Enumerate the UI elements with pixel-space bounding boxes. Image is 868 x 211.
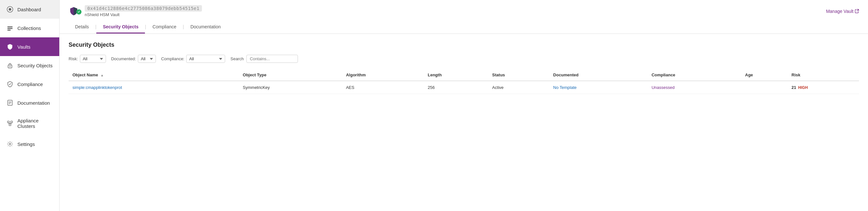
tab-details[interactable]: Details — [69, 21, 95, 33]
table-body: simple:cmapplinktokenprot SymmetricKey A… — [69, 81, 859, 94]
sidebar-item-settings-label: Settings — [18, 142, 35, 147]
sidebar-item-appliance-clusters[interactable]: Appliance Clusters — [0, 112, 59, 134]
no-template-link[interactable]: No Template — [553, 85, 577, 90]
cell-algorithm: AES — [342, 81, 424, 94]
main-content: ✓ 0x41d4c12886e4c2775086a38079debb54515e… — [60, 0, 868, 211]
settings-icon — [6, 141, 13, 148]
svg-rect-2 — [7, 26, 12, 27]
col-compliance: Compliance — [648, 69, 741, 81]
section-title: Security Objects — [69, 41, 859, 48]
risk-label-high: HIGH — [798, 85, 808, 90]
vault-name-row: nShield HSM Vault — [85, 12, 202, 17]
sidebar-item-collections-label: Collections — [18, 26, 41, 31]
table-header: Object Name ▲ Object Type Algorithm Leng… — [69, 69, 859, 81]
filters-row: Risk: All High Medium Low Documented: Al… — [69, 55, 859, 63]
compliance-filter-select[interactable]: All Compliant Non-Compliant — [186, 55, 225, 63]
appliance-clusters-icon — [6, 120, 13, 127]
documented-filter-group: Documented: All Yes No — [111, 55, 156, 63]
sidebar-item-security-objects-label: Security Objects — [18, 63, 53, 68]
svg-rect-12 — [11, 121, 12, 123]
documented-filter-select[interactable]: All Yes No — [138, 55, 156, 63]
svg-point-18 — [9, 143, 11, 145]
vault-verified-badge: ✓ — [76, 9, 82, 14]
sidebar-item-appliance-clusters-label: Appliance Clusters — [18, 118, 53, 129]
object-name-link[interactable]: simple:cmapplinktokenprot — [72, 85, 122, 90]
manage-vault-link[interactable]: Manage Vault — [826, 9, 859, 14]
documented-filter-label: Documented: — [111, 56, 136, 61]
collections-icon — [6, 25, 13, 32]
table-row: simple:cmapplinktokenprot SymmetricKey A… — [69, 81, 859, 94]
sidebar-item-collections[interactable]: Collections — [0, 19, 59, 37]
compliance-filter-label: Compliance: — [161, 56, 184, 61]
risk-value: 21 HIGH — [792, 85, 855, 90]
cell-risk: 21 HIGH — [788, 81, 859, 94]
search-input[interactable] — [246, 55, 298, 63]
cell-status: Active — [488, 81, 549, 94]
tab-compliance[interactable]: Compliance — [146, 21, 183, 33]
sort-icon-object-name: ▲ — [100, 73, 104, 77]
vault-title-left: ✓ 0x41d4c12886e4c2775086a38079debb54515e… — [69, 5, 202, 17]
svg-rect-13 — [9, 124, 11, 126]
cell-object-type: SymmetricKey — [239, 81, 342, 94]
sidebar-item-vaults[interactable]: Vaults — [0, 37, 59, 56]
documentation-icon — [6, 99, 13, 106]
vault-id: 0x41d4c12886e4c2775086a38079debb54515e1 — [85, 5, 202, 11]
risk-filter-label: Risk: — [69, 56, 78, 61]
vaults-icon — [6, 43, 13, 50]
manage-vault-label: Manage Vault — [826, 9, 854, 14]
sidebar: Dashboard Collections Vaults — [0, 0, 60, 211]
sidebar-item-vaults-label: Vaults — [18, 44, 31, 50]
svg-point-6 — [10, 66, 11, 67]
cell-object-name: simple:cmapplinktokenprot — [69, 81, 239, 94]
vault-name: nShield HSM Vault — [85, 12, 120, 17]
col-documented: Documented — [550, 69, 648, 81]
risk-number: 21 — [792, 85, 796, 90]
col-algorithm: Algorithm — [342, 69, 424, 81]
tab-documentation[interactable]: Documentation — [184, 21, 227, 33]
cell-documented: No Template — [550, 81, 648, 94]
col-object-name[interactable]: Object Name ▲ — [69, 69, 239, 81]
svg-rect-11 — [7, 121, 9, 123]
col-status: Status — [488, 69, 549, 81]
col-age: Age — [741, 69, 787, 81]
search-label: Search — [230, 56, 244, 61]
sidebar-item-settings[interactable]: Settings — [0, 134, 59, 153]
sidebar-item-compliance-label: Compliance — [18, 82, 43, 87]
sidebar-item-security-objects[interactable]: Security Objects — [0, 56, 59, 75]
cell-compliance: Unassessed — [648, 81, 741, 94]
sidebar-item-dashboard-label: Dashboard — [18, 7, 41, 12]
cell-length: 256 — [424, 81, 488, 94]
risk-filter-select[interactable]: All High Medium Low — [80, 55, 106, 63]
page-content: Security Objects Risk: All High Medium L… — [60, 34, 868, 211]
tab-security-objects[interactable]: Security Objects — [96, 21, 145, 33]
compliance-filter-group: Compliance: All Compliant Non-Compliant — [161, 55, 225, 63]
sidebar-item-dashboard[interactable]: Dashboard — [0, 0, 59, 19]
sidebar-item-documentation[interactable]: Documentation — [0, 93, 59, 112]
risk-filter-group: Risk: All High Medium Low — [69, 55, 106, 63]
security-objects-table: Object Name ▲ Object Type Algorithm Leng… — [69, 69, 859, 94]
cell-age — [741, 81, 787, 94]
security-objects-icon — [6, 62, 13, 69]
compliance-icon — [6, 81, 13, 88]
svg-rect-3 — [7, 28, 12, 29]
content-header: ✓ 0x41d4c12886e4c2775086a38079debb54515e… — [60, 0, 868, 34]
col-length: Length — [424, 69, 488, 81]
search-group: Search — [230, 55, 298, 63]
sidebar-item-documentation-label: Documentation — [18, 100, 50, 106]
vault-title-row: ✓ 0x41d4c12886e4c2775086a38079debb54515e… — [69, 5, 859, 17]
unassessed-link[interactable]: Unassessed — [652, 85, 675, 90]
col-risk: Risk — [788, 69, 859, 81]
svg-point-1 — [9, 8, 11, 11]
external-link-icon — [855, 9, 859, 13]
col-object-type: Object Type — [239, 69, 342, 81]
dashboard-icon — [6, 6, 13, 13]
svg-rect-4 — [7, 30, 11, 31]
sidebar-item-compliance[interactable]: Compliance — [0, 75, 59, 93]
tabs: Details | Security Objects | Compliance … — [69, 21, 859, 33]
